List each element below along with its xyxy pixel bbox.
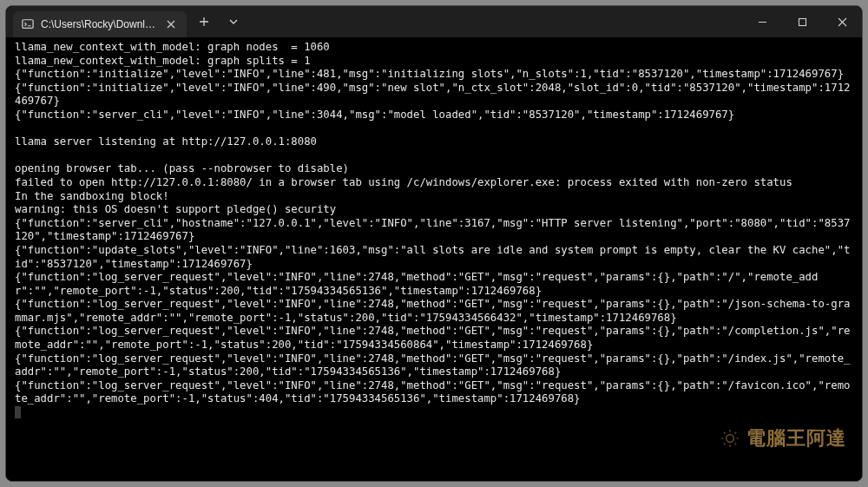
svg-rect-0 bbox=[23, 20, 33, 29]
maximize-button[interactable] bbox=[782, 6, 822, 37]
close-tab-button[interactable] bbox=[164, 17, 178, 31]
cursor bbox=[15, 406, 21, 418]
svg-rect-1 bbox=[799, 18, 806, 25]
window-controls bbox=[742, 6, 862, 37]
terminal-output[interactable]: llama_new_context_with_model: graph node… bbox=[6, 37, 862, 481]
minimize-button[interactable] bbox=[742, 6, 782, 37]
terminal-icon bbox=[22, 18, 34, 30]
titlebar: C:\Users\Rocky\Downloads\la bbox=[6, 6, 862, 37]
terminal-window: C:\Users\Rocky\Downloads\la bbox=[5, 5, 863, 482]
tab-active[interactable]: C:\Users\Rocky\Downloads\la bbox=[13, 11, 187, 37]
new-tab-button[interactable] bbox=[192, 10, 216, 34]
close-window-button[interactable] bbox=[822, 6, 862, 37]
tab-dropdown-button[interactable] bbox=[221, 10, 246, 34]
tab-title: C:\Users\Rocky\Downloads\la bbox=[41, 18, 157, 30]
